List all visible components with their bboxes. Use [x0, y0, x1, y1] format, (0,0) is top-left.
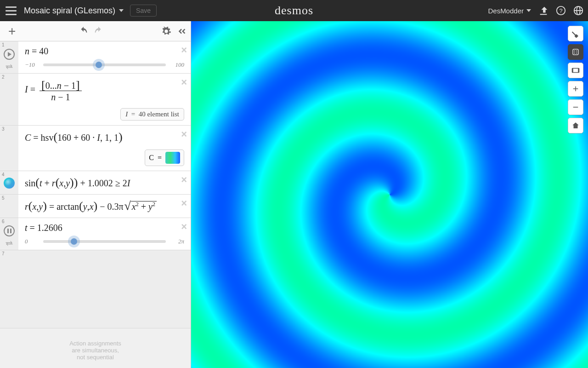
graph-title[interactable]: Mosaic spiral (GLesmos)	[24, 6, 115, 16]
expression-row[interactable]: 7	[0, 250, 191, 328]
toolbar-right	[161, 26, 187, 36]
delete-expression-icon[interactable]: ×	[181, 174, 187, 186]
svg-point-7	[576, 51, 577, 52]
zoom-in-button[interactable]	[568, 81, 583, 97]
svg-rect-5	[573, 49, 578, 55]
expression-body[interactable]: ×n = 40−10100	[18, 41, 191, 73]
footer-line: are simultaneous,	[7, 347, 183, 354]
main-area: + 1×n = 40−101002×I = [0...n − 1]n − 1I …	[0, 21, 588, 368]
slider-thumb[interactable]	[96, 62, 102, 68]
share-icon[interactable]	[538, 6, 548, 16]
delete-expression-icon[interactable]: ×	[181, 197, 187, 209]
expression-color-dot[interactable]	[4, 178, 15, 189]
desmos-logo: desmos	[275, 4, 313, 17]
expression-formula[interactable]: t = 1.2606	[25, 223, 184, 233]
expression-formula[interactable]: sin(t + r(x,y)) + 1.0002 ≥ 2I	[25, 176, 184, 190]
user-dropdown-icon	[526, 9, 531, 12]
footer-note: Action assignments are simultaneous, not…	[0, 333, 191, 368]
expression-row[interactable]: 4×sin(t + r(x,y)) + 1.0002 ≥ 2I	[0, 171, 191, 195]
app-header: Mosaic spiral (GLesmos) Save desmos DesM…	[0, 0, 588, 21]
expression-formula[interactable]: r(x,y) = arctan(y,x) − 0.3π√x2 + y2	[25, 199, 184, 213]
slider-max[interactable]: 100	[170, 61, 184, 69]
expression-gutter: 1	[0, 41, 18, 73]
slider-min[interactable]: −10	[25, 61, 39, 69]
expression-gutter: 2	[0, 74, 18, 125]
save-button[interactable]: Save	[130, 5, 157, 17]
graph-tools	[568, 26, 583, 133]
expression-sidebar: + 1×n = 40−101002×I = [0...n − 1]n − 1I …	[0, 21, 191, 368]
expression-body[interactable]: ×t = 1.260602π	[18, 218, 191, 250]
expression-formula[interactable]: I = [0...n − 1]n − 1	[25, 78, 184, 103]
title-dropdown-icon[interactable]	[119, 9, 124, 12]
header-right: DesModder ?	[488, 6, 583, 16]
expression-row[interactable]: 1×n = 40−10100	[0, 41, 191, 74]
expression-body[interactable]: ×I = [0...n − 1]n − 1I = 40 element list	[18, 74, 191, 125]
expression-index: 7	[2, 251, 5, 256]
expression-gutter: 6	[0, 218, 18, 250]
delete-expression-icon[interactable]: ×	[181, 76, 187, 88]
expression-row[interactable]: 6×t = 1.260602π	[0, 218, 191, 250]
svg-point-9	[576, 52, 577, 53]
add-expression-button[interactable]: +	[4, 24, 20, 39]
graph-canvas[interactable]	[191, 21, 588, 368]
expression-gutter: 4	[0, 171, 18, 194]
svg-rect-11	[572, 69, 573, 73]
sidebar-toolbar: +	[0, 21, 191, 41]
delete-expression-icon[interactable]: ×	[181, 221, 187, 233]
play-icon[interactable]	[4, 49, 15, 60]
help-icon[interactable]: ?	[556, 6, 566, 16]
expression-index: 6	[2, 219, 5, 224]
expression-body[interactable]: ×sin(t + r(x,y)) + 1.0002 ≥ 2I	[18, 171, 191, 194]
expression-body[interactable]: ×r(x,y) = arctan(y,x) − 0.3π√x2 + y2	[18, 195, 191, 218]
redo-icon[interactable]	[93, 26, 103, 36]
color-result-badge: C =	[145, 150, 184, 166]
slider-thumb[interactable]	[71, 238, 77, 245]
expression-index: 4	[2, 172, 5, 177]
expression-index: 1	[2, 42, 5, 47]
slider[interactable]: 02π	[25, 238, 184, 245]
expression-row[interactable]: 5×r(x,y) = arctan(y,x) − 0.3π√x2 + y2	[0, 195, 191, 218]
wrench-icon[interactable]	[568, 26, 583, 41]
graph-area[interactable]	[191, 21, 588, 368]
slider-min[interactable]: 0	[25, 238, 39, 245]
result-badge: I = 40 element list	[120, 108, 184, 121]
collapse-panel-icon[interactable]	[177, 26, 187, 36]
zoom-out-button[interactable]	[568, 99, 583, 115]
expression-formula[interactable]: n = 40	[25, 46, 184, 57]
footer-line: Action assignments	[7, 340, 183, 347]
expression-list[interactable]: 1×n = 40−101002×I = [0...n − 1]n − 1I = …	[0, 41, 191, 368]
delete-expression-icon[interactable]: ×	[181, 128, 187, 140]
loop-icon[interactable]	[5, 240, 13, 247]
menu-hamburger-icon[interactable]	[5, 4, 17, 17]
globe-icon[interactable]	[573, 6, 583, 16]
desmodder-icon[interactable]	[568, 44, 583, 60]
expression-index: 2	[2, 75, 5, 80]
settings-gear-icon[interactable]	[161, 26, 171, 36]
undo-redo-group	[79, 26, 103, 36]
slider[interactable]: −10100	[25, 61, 184, 69]
color-swatch	[165, 152, 180, 164]
svg-point-8	[574, 52, 575, 53]
slider-track[interactable]	[43, 63, 166, 66]
expression-gutter: 7	[0, 250, 18, 328]
user-menu[interactable]: DesModder	[488, 7, 531, 15]
expression-gutter: 3	[0, 126, 18, 171]
undo-icon[interactable]	[79, 26, 89, 36]
expression-row[interactable]: 3×C = hsv(160 + 60 · I, 1, 1)C =	[0, 126, 191, 171]
loop-icon[interactable]	[5, 63, 13, 70]
expression-body[interactable]: ×C = hsv(160 + 60 · I, 1, 1)C =	[18, 126, 191, 171]
expression-index: 3	[2, 126, 5, 132]
delete-expression-icon[interactable]: ×	[181, 44, 187, 56]
expression-formula[interactable]: C = hsv(160 + 60 · I, 1, 1)	[25, 130, 184, 144]
expression-gutter: 5	[0, 195, 18, 218]
user-name: DesModder	[488, 7, 524, 15]
slider-max[interactable]: 2π	[170, 238, 184, 245]
pause-icon[interactable]	[4, 225, 15, 236]
home-icon[interactable]	[568, 118, 583, 133]
slider-track[interactable]	[43, 240, 166, 243]
expression-row[interactable]: 2×I = [0...n − 1]n − 1I = 40 element lis…	[0, 74, 191, 126]
svg-text:?: ?	[559, 7, 562, 14]
video-icon[interactable]	[568, 63, 583, 78]
svg-rect-12	[578, 69, 579, 73]
title-area: Mosaic spiral (GLesmos) Save	[24, 5, 157, 17]
